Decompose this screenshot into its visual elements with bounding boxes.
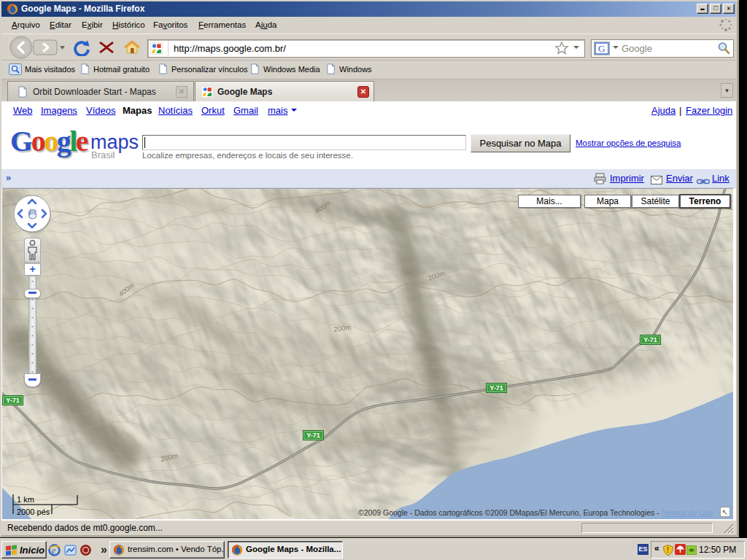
svg-text:!: !: [667, 546, 669, 554]
svg-text:G: G: [598, 43, 605, 54]
